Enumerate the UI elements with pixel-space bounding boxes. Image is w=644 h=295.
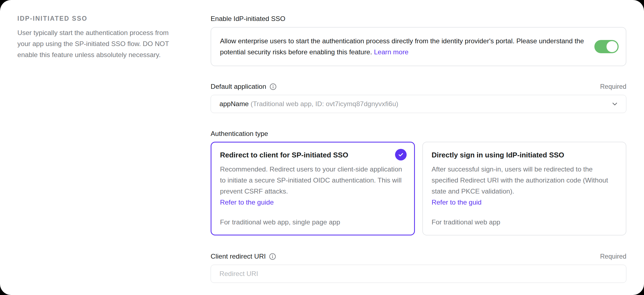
- option-redirect-to-client[interactable]: Redirect to client for SP-initiated SSO …: [211, 142, 415, 235]
- authentication-type-label: Authentication type: [211, 129, 626, 138]
- default-application-label-row: Default application Required: [211, 82, 626, 91]
- enable-idp-sso-card: Allow enterprise users to start the auth…: [211, 27, 626, 66]
- check-icon: [395, 149, 407, 160]
- option-guide-link-row: Refer to the guid: [432, 197, 618, 208]
- selected-application-name: appName: [219, 100, 249, 108]
- default-application-label: Default application: [211, 82, 266, 91]
- option-description: After successful sign-in, users will be …: [432, 164, 618, 197]
- authentication-type-options: Redirect to client for SP-initiated SSO …: [211, 142, 626, 235]
- option-title-row: Directly sign in using IdP-initiated SSO: [432, 149, 618, 161]
- selected-application-detail: (Traditional web app, ID: ovt7icymq87dgn…: [249, 100, 398, 108]
- enable-idp-sso-description: Allow enterprise users to start the auth…: [220, 36, 591, 58]
- learn-more-link[interactable]: Learn more: [374, 48, 408, 56]
- refer-to-guide-link[interactable]: Refer to the guid: [432, 199, 482, 206]
- option-title-row: Redirect to client for SP-initiated SSO: [220, 149, 407, 161]
- section-sidebar: IDP-INITIATED SSO User typically start t…: [0, 0, 211, 295]
- enable-idp-sso-toggle[interactable]: [594, 40, 619, 53]
- section-heading: IDP-INITIATED SSO: [17, 14, 180, 23]
- option-footer: For traditional web app, single page app: [220, 218, 407, 227]
- client-redirect-uri-label-row: Client redirect URI Required: [211, 252, 626, 261]
- idp-initiated-sso-settings-panel: IDP-INITIATED SSO User typically start t…: [0, 0, 644, 295]
- section-description: User typically start the authentication …: [17, 27, 180, 60]
- settings-main-column: Enable IdP-initiated SSO Allow enterpris…: [211, 0, 644, 295]
- default-application-select[interactable]: appName (Traditional web app, ID: ovt7ic…: [211, 95, 626, 113]
- client-redirect-uri-required-badge: Required: [600, 253, 626, 260]
- default-application-required-badge: Required: [600, 83, 626, 90]
- client-redirect-uri-label: Client redirect URI: [211, 252, 266, 261]
- info-icon[interactable]: [269, 83, 277, 90]
- client-redirect-uri-input[interactable]: [211, 265, 626, 283]
- option-description: Recommended. Redirect users to your clie…: [220, 164, 407, 197]
- option-guide-link-row: Refer to the guide: [220, 197, 407, 208]
- info-icon[interactable]: [269, 253, 276, 260]
- option-directly-sign-in[interactable]: Directly sign in using IdP-initiated SSO…: [422, 142, 627, 235]
- option-footer: For traditional web app: [432, 218, 618, 227]
- refer-to-guide-link[interactable]: Refer to the guide: [220, 199, 274, 206]
- enable-idp-sso-label: Enable IdP-initiated SSO: [211, 14, 626, 23]
- chevron-down-icon: [611, 100, 618, 108]
- option-title: Directly sign in using IdP-initiated SSO: [432, 149, 618, 161]
- toggle-knob: [607, 41, 618, 52]
- option-title: Redirect to client for SP-initiated SSO: [220, 149, 391, 161]
